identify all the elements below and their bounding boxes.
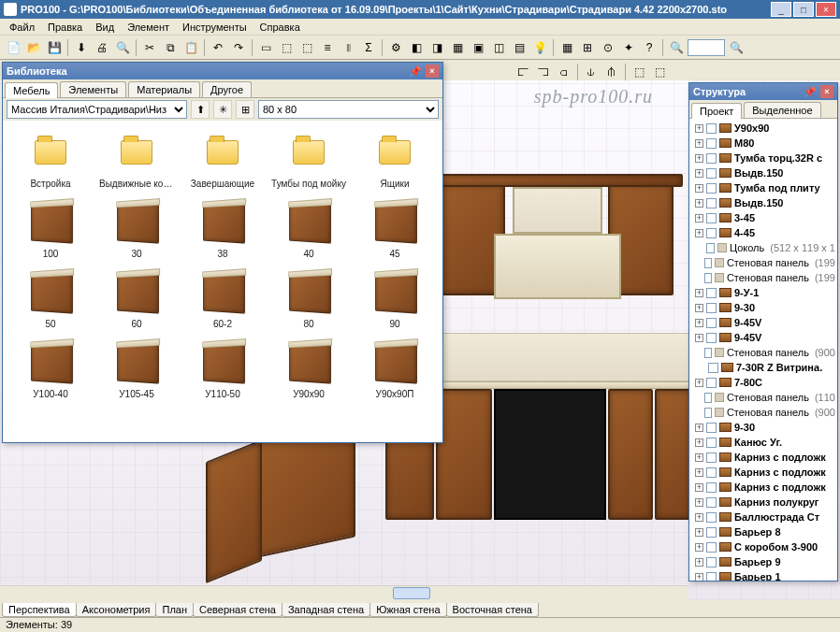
magnet-button[interactable]: ⊙ <box>599 38 617 57</box>
hscroll-thumb[interactable] <box>393 587 430 599</box>
tool-button[interactable]: ▣ <box>469 38 487 57</box>
tool-button[interactable]: ◨ <box>427 38 446 57</box>
zoom-fit-button[interactable]: 🔍 <box>727 38 746 57</box>
close-button[interactable]: × <box>816 2 836 17</box>
tree-checkbox[interactable] <box>706 557 717 567</box>
pin-icon[interactable]: 📌 <box>409 65 422 78</box>
import-button[interactable]: ⬇ <box>72 38 91 57</box>
tree-toggle[interactable]: + <box>695 543 703 552</box>
tree-row[interactable]: +Карниз с подложк <box>691 480 835 495</box>
tree-toggle[interactable]: + <box>695 229 703 237</box>
library-item[interactable]: У90x90П <box>353 337 437 403</box>
library-item[interactable]: 80 <box>267 266 351 333</box>
tool-button[interactable]: ⬚ <box>650 63 669 81</box>
save-button[interactable]: 💾 <box>45 38 64 57</box>
library-folder[interactable]: Выдвижные корзины <box>94 126 179 193</box>
list-view-button[interactable]: ⊞ <box>236 100 254 119</box>
preview-button[interactable]: 🔍 <box>113 38 132 57</box>
tree-row[interactable]: Стеновая панель(900 <box>691 345 835 360</box>
library-tab[interactable]: Элементы <box>60 81 126 97</box>
tree-row[interactable]: +Тумба торц.32R с <box>691 151 835 165</box>
tree-checkbox[interactable] <box>706 467 717 478</box>
library-item[interactable]: 100 <box>8 196 93 263</box>
tree-checkbox[interactable] <box>706 303 717 313</box>
structure-close-button[interactable]: × <box>820 85 833 98</box>
library-item[interactable]: 60 <box>94 266 179 333</box>
align-right-button[interactable]: ⫏ <box>555 63 573 81</box>
tool-button[interactable]: ⚙ <box>386 38 405 57</box>
minimize-button[interactable]: _ <box>771 2 791 17</box>
ungroup-button[interactable]: ⬚ <box>297 38 316 57</box>
tree-toggle[interactable]: + <box>695 184 703 193</box>
tree-checkbox[interactable] <box>706 572 717 582</box>
tree-checkbox[interactable] <box>706 168 717 179</box>
menu-инструменты[interactable]: Инструменты <box>177 21 253 34</box>
new-button[interactable]: 📄 <box>4 38 22 57</box>
tree-checkbox[interactable] <box>706 288 717 298</box>
group-button[interactable]: ⬚ <box>277 38 296 57</box>
tree-row[interactable]: +Карниз с подложк <box>691 465 835 480</box>
tree-row[interactable]: +Барьер 9 <box>691 554 835 569</box>
tree-checkbox[interactable] <box>706 438 717 448</box>
tree-toggle[interactable]: + <box>695 154 703 163</box>
tree-checkbox[interactable] <box>706 512 717 523</box>
up-folder-button[interactable]: ⬆ <box>191 100 210 119</box>
structure-body[interactable]: +У90x90+М80+Тумба торц.32R с+Выдв.150+Ту… <box>689 119 837 581</box>
tree-toggle[interactable]: + <box>695 483 703 492</box>
structure-tab[interactable]: Выделенное <box>744 102 820 118</box>
tree-checkbox[interactable] <box>706 423 717 433</box>
tree-row[interactable]: +С коробом 3-900 <box>691 539 835 554</box>
tree-toggle[interactable]: + <box>695 334 703 342</box>
pin-icon[interactable]: 📌 <box>804 86 817 98</box>
library-item[interactable]: 45 <box>353 196 437 263</box>
library-folder[interactable]: Завершающие <box>181 126 265 193</box>
tree-toggle[interactable]: + <box>695 558 703 567</box>
select-button[interactable]: ▭ <box>256 38 275 57</box>
library-tab[interactable]: Материалы <box>128 81 200 97</box>
tree-row[interactable]: +Барьер 1 <box>691 569 835 581</box>
new-folder-button[interactable]: ✳ <box>213 100 232 119</box>
maximize-button[interactable]: □ <box>793 2 814 17</box>
tree-toggle[interactable]: + <box>695 498 703 507</box>
library-item[interactable]: 30 <box>94 196 179 263</box>
light-button[interactable]: 💡 <box>530 38 549 57</box>
tree-row[interactable]: +3-45 <box>691 210 835 225</box>
view-tab[interactable]: Западная стена <box>282 603 370 617</box>
tree-row[interactable]: +Тумба под плиту <box>691 180 835 195</box>
tree-row[interactable]: +7-80C <box>691 375 835 390</box>
menu-файл[interactable]: Файл <box>4 21 40 34</box>
tree-checkbox[interactable] <box>706 333 717 343</box>
menu-правка[interactable]: Правка <box>42 21 88 34</box>
tree-checkbox[interactable] <box>704 408 712 418</box>
sum-button[interactable]: Σ <box>359 38 378 57</box>
tree-toggle[interactable]: + <box>695 289 703 297</box>
tree-checkbox[interactable] <box>704 348 712 358</box>
library-folder[interactable]: Тумбы под мойку <box>267 126 351 193</box>
library-item[interactable]: У90x90 <box>267 337 351 403</box>
tree-row[interactable]: +9-45V <box>691 330 835 345</box>
tree-toggle[interactable]: + <box>695 573 703 582</box>
tree-row[interactable]: Стеновая панель(900 <box>691 405 835 420</box>
library-item[interactable]: У105-45 <box>94 337 179 403</box>
tree-row[interactable]: Стеновая панель(199 <box>691 270 835 285</box>
tree-toggle[interactable]: + <box>695 139 703 148</box>
library-item[interactable]: У110-50 <box>181 337 265 403</box>
library-item[interactable]: 90 <box>353 266 437 333</box>
tree-row[interactable]: +У90x90 <box>691 121 835 136</box>
tree-row[interactable]: +9-30 <box>691 420 835 435</box>
tree-row[interactable]: +Канюс Уг. <box>691 435 835 450</box>
zoom-input[interactable] <box>688 39 725 56</box>
tree-toggle[interactable]: + <box>695 199 703 208</box>
tree-checkbox[interactable] <box>706 482 717 493</box>
tree-checkbox[interactable] <box>706 452 717 463</box>
library-item[interactable]: 40 <box>267 196 351 263</box>
tool-button[interactable]: ◫ <box>489 38 508 57</box>
tree-row[interactable]: +Выдв.150 <box>691 165 835 180</box>
tree-toggle[interactable]: + <box>695 124 703 133</box>
tree-checkbox[interactable] <box>706 318 717 328</box>
structure-tab[interactable]: Проект <box>691 103 742 119</box>
view-tab[interactable]: План <box>155 603 194 617</box>
tree-toggle[interactable]: + <box>695 438 703 447</box>
tree-row[interactable]: +Баллюстрада Ст <box>691 510 835 524</box>
tree-checkbox[interactable] <box>706 123 717 134</box>
